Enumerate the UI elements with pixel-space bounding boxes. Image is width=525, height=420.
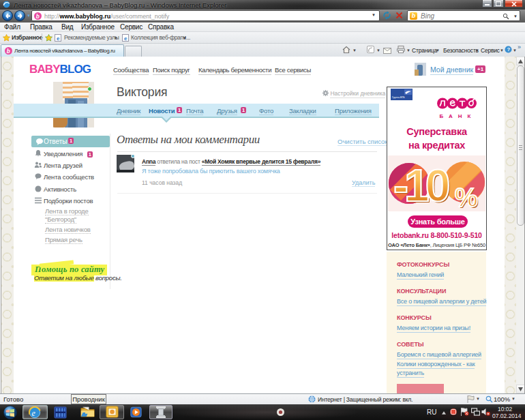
svg-text:b: b (7, 48, 10, 55)
svg-text:?: ? (507, 46, 510, 52)
svg-text:-10: -10 (393, 160, 449, 211)
svg-text:e: e (31, 408, 35, 418)
svg-text:Группа ВТБ: Группа ВТБ (392, 96, 405, 99)
svg-text:%: % (455, 183, 478, 211)
svg-text:b: b (36, 14, 40, 20)
